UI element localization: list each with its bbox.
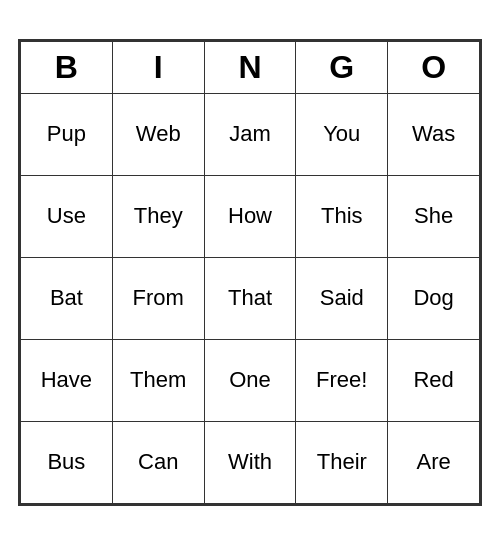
table-cell: Can xyxy=(112,421,204,503)
table-cell: Free! xyxy=(296,339,388,421)
bingo-body: PupWebJamYouWasUseTheyHowThisSheBatFromT… xyxy=(21,93,480,503)
table-row: UseTheyHowThisShe xyxy=(21,175,480,257)
table-cell: Said xyxy=(296,257,388,339)
table-row: PupWebJamYouWas xyxy=(21,93,480,175)
table-cell: Was xyxy=(388,93,480,175)
table-cell: Red xyxy=(388,339,480,421)
table-cell: You xyxy=(296,93,388,175)
table-cell: Them xyxy=(112,339,204,421)
table-cell: Are xyxy=(388,421,480,503)
table-cell: With xyxy=(204,421,296,503)
table-cell: Web xyxy=(112,93,204,175)
table-cell: How xyxy=(204,175,296,257)
table-cell: Bat xyxy=(21,257,113,339)
bingo-table: B I N G O PupWebJamYouWasUseTheyHowThisS… xyxy=(20,41,480,504)
table-cell: They xyxy=(112,175,204,257)
table-cell: Jam xyxy=(204,93,296,175)
table-cell: She xyxy=(388,175,480,257)
header-o: O xyxy=(388,41,480,93)
table-row: BatFromThatSaidDog xyxy=(21,257,480,339)
header-row: B I N G O xyxy=(21,41,480,93)
table-cell: Use xyxy=(21,175,113,257)
header-n: N xyxy=(204,41,296,93)
table-cell: Their xyxy=(296,421,388,503)
table-cell: That xyxy=(204,257,296,339)
table-cell: Dog xyxy=(388,257,480,339)
header-g: G xyxy=(296,41,388,93)
table-cell: One xyxy=(204,339,296,421)
table-row: BusCanWithTheirAre xyxy=(21,421,480,503)
table-cell: Pup xyxy=(21,93,113,175)
bingo-card: B I N G O PupWebJamYouWasUseTheyHowThisS… xyxy=(18,39,482,506)
table-cell: Bus xyxy=(21,421,113,503)
table-row: HaveThemOneFree!Red xyxy=(21,339,480,421)
table-cell: Have xyxy=(21,339,113,421)
header-i: I xyxy=(112,41,204,93)
table-cell: From xyxy=(112,257,204,339)
header-b: B xyxy=(21,41,113,93)
table-cell: This xyxy=(296,175,388,257)
